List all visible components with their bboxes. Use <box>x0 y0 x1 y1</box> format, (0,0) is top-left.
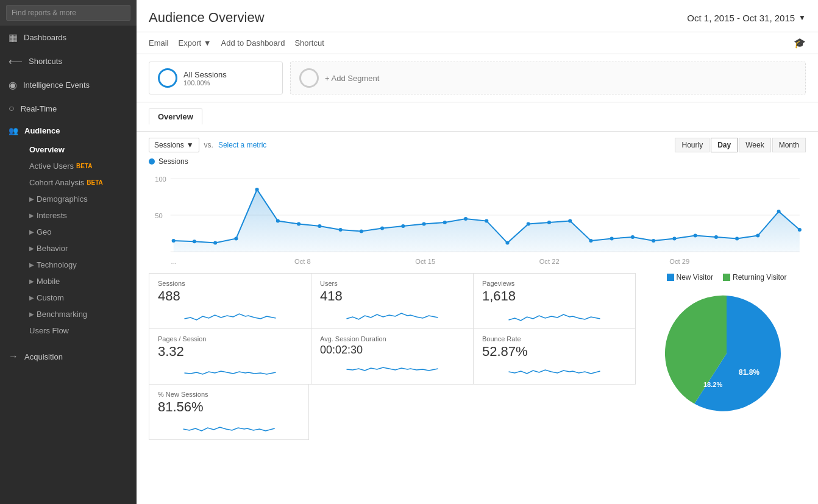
chart-dot <box>714 235 718 239</box>
custom-label: Custom <box>37 293 64 302</box>
sidebar-item-geo[interactable]: ▶ Geo <box>23 224 137 240</box>
overview-tab-button[interactable]: Overview <box>149 108 202 125</box>
sidebar-item-custom[interactable]: ▶ Custom <box>23 289 137 306</box>
sidebar-item-acquisition[interactable]: → Acquisition <box>0 345 137 368</box>
sidebar-item-dashboards[interactable]: ▦ Dashboards <box>0 26 137 49</box>
sidebar-item-technology[interactable]: ▶ Technology <box>23 257 137 273</box>
help-icon[interactable]: 🎓 <box>794 37 806 49</box>
stat-pages-per-session: Pages / Session 3.32 <box>149 328 311 385</box>
chart-dot <box>234 236 238 240</box>
sidebar-item-label: Shortcuts <box>29 57 62 66</box>
all-sessions-segment[interactable]: All Sessions 100.00% <box>149 62 283 94</box>
audience-subnav: Overview Active Users BETA Cohort Analys… <box>0 141 137 339</box>
date-range-selector[interactable]: Oct 1, 2015 - Oct 31, 2015 ▼ <box>687 13 806 23</box>
week-button[interactable]: Week <box>739 138 770 152</box>
pps-sparkline <box>158 362 302 380</box>
export-button[interactable]: Export ▼ <box>179 37 212 49</box>
pageviews-sparkline <box>482 307 627 325</box>
sessions-chart: 100 50 Oct 8 Oct 15 Oct 22 Oct 29 ... <box>149 169 806 267</box>
toolbar: Email Export ▼ Add to Dashboard Shortcut… <box>137 32 818 54</box>
chart-dot <box>589 239 592 243</box>
stat-sessions-label: Sessions <box>158 280 302 287</box>
add-dashboard-button[interactable]: Add to Dashboard <box>221 37 285 49</box>
arrow-icon: ▶ <box>29 229 34 235</box>
stat-avg-session: Avg. Session Duration 00:02:30 <box>311 328 474 385</box>
day-button[interactable]: Day <box>711 138 738 152</box>
select-metric-link[interactable]: Select a metric <box>218 141 266 149</box>
stat-users-label: Users <box>320 280 464 287</box>
export-arrow-icon: ▼ <box>204 38 212 48</box>
new-visitor-label: New Visitor <box>677 273 713 282</box>
chart-dot <box>547 221 551 224</box>
sidebar-item-shortcuts[interactable]: ⟵ Shortcuts <box>0 49 137 73</box>
add-segment-circle-icon <box>299 68 319 88</box>
stat-users-value: 418 <box>320 288 464 304</box>
stats-row-1: Sessions 488 Users 418 Pageviews 1,618 <box>149 273 635 328</box>
chart-dot <box>777 210 781 213</box>
sessions-legend-label: Sessions <box>158 157 188 166</box>
chart-dot <box>527 222 530 225</box>
sidebar-item-interests[interactable]: ▶ Interests <box>23 207 137 224</box>
svg-text:50: 50 <box>155 212 162 219</box>
segment-pct: 100.00% <box>183 79 227 87</box>
geo-label: Geo <box>37 227 52 236</box>
sidebar-item-behavior[interactable]: ▶ Behavior <box>23 240 137 257</box>
sidebar-item-active-users[interactable]: Active Users BETA <box>23 158 137 174</box>
chart-dot <box>172 239 176 243</box>
metric-selector[interactable]: Sessions ▼ <box>149 138 199 152</box>
stat-new-sessions: % New Sessions 81.56% <box>149 384 309 440</box>
arrow-icon: ▶ <box>29 245 34 252</box>
stat-bounce-value: 52.87% <box>482 344 627 360</box>
chart-legend: Sessions <box>149 157 806 166</box>
chart-dot <box>213 241 217 245</box>
sidebar-item-audience[interactable]: 👥 Audience <box>0 120 137 141</box>
svg-text:...: ... <box>171 258 177 265</box>
chevron-down-icon: ▼ <box>798 13 806 22</box>
chart-dot <box>380 227 384 230</box>
chart-dot <box>193 240 196 243</box>
chart-dot <box>652 239 655 243</box>
sidebar-item-label: Intelligence Events <box>23 80 90 90</box>
email-button[interactable]: Email <box>149 37 169 49</box>
sidebar-item-mobile[interactable]: ▶ Mobile <box>23 273 137 289</box>
month-button[interactable]: Month <box>772 138 806 152</box>
arrow-icon: ▶ <box>29 212 34 219</box>
demographics-label: Demographics <box>37 194 88 204</box>
chart-dot <box>339 228 343 232</box>
sidebar-item-cohort[interactable]: Cohort Analysis BETA <box>23 174 137 191</box>
sidebar-item-label: Real-Time <box>21 104 57 113</box>
chart-area: 100 50 Oct 8 Oct 15 Oct 22 Oct 29 ... <box>149 169 806 267</box>
stats-row-3: % New Sessions 81.56% <box>149 384 635 439</box>
add-segment-button[interactable]: + Add Segment <box>290 62 806 94</box>
sidebar-item-users-flow[interactable]: Users Flow <box>23 322 137 339</box>
sidebar-item-realtime[interactable]: ○ Real-Time <box>0 97 137 120</box>
search-box[interactable] <box>0 0 137 26</box>
overview-tab: Overview <box>137 102 818 132</box>
segment-label: All Sessions <box>183 70 227 79</box>
sidebar-item-benchmarking[interactable]: ▶ Benchmarking <box>23 306 137 322</box>
metric-arrow-icon: ▼ <box>187 141 194 149</box>
stat-pageviews-value: 1,618 <box>482 288 627 304</box>
sidebar-item-demographics[interactable]: ▶ Demographics <box>23 191 137 207</box>
chart-dot <box>505 241 509 245</box>
chart-dot <box>798 228 802 232</box>
metric-label: Sessions <box>154 141 184 149</box>
acquisition-icon: → <box>9 351 18 362</box>
hourly-button[interactable]: Hourly <box>675 138 710 152</box>
avg-sparkline <box>320 359 464 377</box>
search-input[interactable] <box>6 5 130 21</box>
returning-visitor-pct-label: 18.2% <box>703 381 722 388</box>
arrow-icon: ▶ <box>29 278 34 285</box>
chart-dot <box>672 236 676 240</box>
chart-dot <box>756 234 759 238</box>
svg-text:100: 100 <box>155 176 166 183</box>
shortcut-button[interactable]: Shortcut <box>294 37 324 49</box>
sidebar-item-intelligence[interactable]: ◉ Intelligence Events <box>0 73 137 97</box>
stat-pps-label: Pages / Session <box>158 335 302 343</box>
segments-row: All Sessions 100.00% + Add Segment <box>137 54 818 102</box>
sidebar-item-label: Dashboards <box>24 33 66 42</box>
stat-bounce-label: Bounce Rate <box>482 335 627 343</box>
stat-new-value: 81.56% <box>158 399 300 415</box>
sidebar-item-overview[interactable]: Overview <box>23 141 137 158</box>
stat-pageviews-label: Pageviews <box>482 280 627 287</box>
